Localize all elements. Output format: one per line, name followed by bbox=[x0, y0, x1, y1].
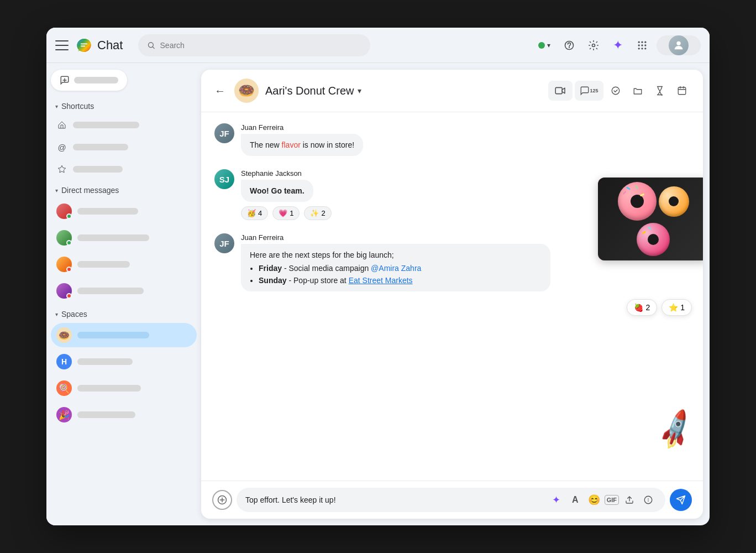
format-text-button[interactable]: A bbox=[567, 492, 584, 508]
svg-point-20 bbox=[648, 498, 649, 499]
add-attachment-button[interactable] bbox=[212, 490, 232, 510]
dm-item-4[interactable] bbox=[51, 279, 197, 303]
reaction-emoji-3: ✨ bbox=[310, 209, 319, 217]
space-item-swirl[interactable]: 🍭 bbox=[51, 376, 197, 400]
svg-point-5 bbox=[641, 41, 643, 43]
float-chip-strawberry[interactable]: 🍓 2 bbox=[627, 299, 657, 316]
apps-button[interactable] bbox=[632, 35, 652, 55]
dm-item-3[interactable] bbox=[51, 252, 197, 276]
float-count-2: 1 bbox=[680, 303, 685, 312]
dm-avatar-1 bbox=[56, 204, 72, 219]
main-content: ▾ Shortcuts @ bbox=[46, 63, 710, 525]
svg-point-12 bbox=[644, 48, 646, 49]
user-avatar[interactable] bbox=[669, 35, 689, 55]
menu-icon[interactable] bbox=[55, 39, 69, 52]
reaction-count-2: 1 bbox=[290, 209, 293, 217]
reaction-party[interactable]: 🥳 4 bbox=[241, 206, 268, 220]
tasks-button[interactable] bbox=[606, 81, 626, 101]
dm-name-4 bbox=[77, 288, 144, 294]
hourglass-button[interactable] bbox=[650, 81, 670, 101]
chat-group-avatar: 🍩 bbox=[234, 79, 259, 103]
reaction-count-3: 2 bbox=[321, 209, 325, 217]
eat-street-link[interactable]: Eat Street Markets bbox=[349, 276, 413, 285]
dm-avatar-4 bbox=[56, 283, 72, 299]
space-donut-icon: 🍩 bbox=[56, 327, 72, 343]
msg-sender-2: Stephanie Jackson bbox=[241, 169, 690, 178]
space-h-icon: H bbox=[56, 354, 72, 369]
profile-area[interactable] bbox=[657, 35, 701, 55]
input-actions: ✦ A 😊 GIF bbox=[548, 492, 657, 508]
new-chat-label bbox=[74, 77, 118, 84]
msg-text-1a: The new bbox=[250, 140, 282, 149]
chat-panel: ← 🍩 Aari's Donut Crew ▾ bbox=[201, 70, 703, 519]
space-item-h[interactable]: H bbox=[51, 349, 197, 374]
sidebar-item-starred[interactable] bbox=[51, 159, 197, 179]
shortcuts-arrow: ▾ bbox=[55, 103, 58, 109]
chat-title-chevron[interactable]: ▾ bbox=[358, 86, 361, 95]
calendar-icon bbox=[677, 86, 687, 96]
bullet-2-text: - Pop-up store at bbox=[288, 276, 348, 285]
msg-text-2: Woo! Go team. bbox=[250, 186, 305, 195]
dm-item-1[interactable] bbox=[51, 199, 197, 223]
mentions-button[interactable]: 125 bbox=[575, 81, 603, 101]
bullet-1-text: - Social media campaign bbox=[284, 264, 371, 273]
float-chip-star[interactable]: ⭐ 1 bbox=[662, 299, 692, 316]
emoji-button[interactable]: 😊 bbox=[586, 492, 602, 508]
dm-name-1 bbox=[77, 208, 138, 215]
msg-text-1b: is now in store! bbox=[301, 140, 354, 149]
brand-title: Chat bbox=[97, 38, 123, 53]
bullet-1-mention[interactable]: @Amira Zahra bbox=[371, 264, 421, 273]
float-emoji-2: ⭐ bbox=[669, 303, 678, 312]
shortcuts-label: Shortcuts bbox=[61, 102, 94, 111]
search-bar[interactable] bbox=[138, 34, 370, 56]
input-area: ✦ A 😊 GIF bbox=[201, 481, 703, 519]
svg-point-7 bbox=[638, 44, 640, 46]
send-button[interactable] bbox=[670, 489, 692, 511]
msg-bullet-1: Friday - Social media campaign @Amira Za… bbox=[259, 264, 542, 273]
svg-point-3 bbox=[592, 44, 595, 46]
dm-status-3 bbox=[66, 267, 72, 272]
status-dot bbox=[538, 42, 545, 49]
settings-button[interactable] bbox=[584, 35, 603, 55]
donut-image bbox=[598, 178, 703, 260]
gif-button[interactable]: GIF bbox=[605, 495, 619, 505]
gemini-input-button[interactable]: ✦ bbox=[548, 492, 565, 508]
msg-intro: Here are the next steps for the big laun… bbox=[250, 251, 394, 259]
video-call-button[interactable] bbox=[548, 81, 573, 101]
dm-header[interactable]: ▾ Direct messages bbox=[51, 181, 197, 197]
reaction-heart[interactable]: 💗 1 bbox=[272, 206, 300, 220]
help-button[interactable] bbox=[559, 35, 579, 55]
sidebar: ▾ Shortcuts @ bbox=[46, 63, 201, 525]
status-indicator[interactable]: ▾ bbox=[534, 39, 555, 51]
msg-bubble-3: Here are the next steps for the big laun… bbox=[241, 244, 550, 291]
folder-button[interactable] bbox=[628, 81, 648, 101]
space-party-icon: 🎉 bbox=[56, 407, 72, 422]
space-party-label bbox=[77, 411, 135, 418]
chevron-down-icon: ▾ bbox=[547, 41, 550, 49]
add-icon bbox=[217, 495, 227, 505]
gemini-button[interactable]: ✦ bbox=[608, 35, 628, 55]
mentions-label bbox=[73, 144, 128, 150]
more-options-button[interactable] bbox=[640, 492, 657, 508]
shortcuts-header[interactable]: ▾ Shortcuts bbox=[51, 97, 197, 113]
svg-point-21 bbox=[648, 499, 649, 500]
search-input[interactable] bbox=[160, 41, 362, 50]
space-item-donut[interactable]: 🍩 bbox=[51, 323, 197, 347]
new-chat-button[interactable] bbox=[51, 70, 127, 91]
space-item-party[interactable]: 🎉 bbox=[51, 403, 197, 427]
back-button[interactable]: ← bbox=[212, 82, 228, 100]
space-donut-label bbox=[77, 332, 149, 338]
upload-button[interactable] bbox=[621, 492, 638, 508]
reaction-sparkle[interactable]: ✨ 2 bbox=[304, 206, 331, 220]
sidebar-item-mentions[interactable]: @ bbox=[51, 137, 197, 157]
svg-point-10 bbox=[638, 48, 640, 49]
calendar-button[interactable] bbox=[672, 81, 692, 101]
chat-input-wrapper[interactable]: ✦ A 😊 GIF bbox=[237, 488, 665, 512]
chat-input[interactable] bbox=[245, 495, 548, 504]
svg-point-4 bbox=[638, 41, 640, 43]
dm-item-2[interactable] bbox=[51, 226, 197, 250]
spaces-header[interactable]: ▾ Spaces bbox=[51, 305, 197, 321]
svg-rect-17 bbox=[678, 87, 686, 95]
bullet-1-label: Friday bbox=[259, 264, 282, 273]
sidebar-item-home[interactable] bbox=[51, 115, 197, 135]
